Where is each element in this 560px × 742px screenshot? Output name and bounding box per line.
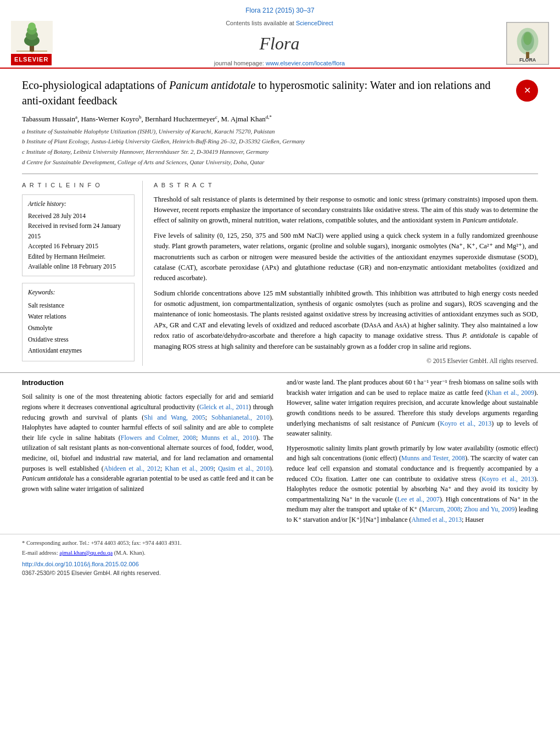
email-link[interactable]: ajmal.khan@qu.edu.qa	[59, 550, 113, 556]
elsevier-label: ELSEVIER	[11, 54, 52, 65]
journal-ref: Flora 212 (2015) 30–37	[245, 5, 314, 15]
crossmark-svg: ✕	[519, 82, 535, 99]
body-left-para-1: Soil salinity is one of the most threate…	[22, 392, 273, 494]
body-right-para-1: and/or waste land. The plant produces ab…	[287, 377, 538, 439]
affiliation-b: b Institute of Plant Ecology, Justus-Lie…	[22, 137, 538, 147]
email-label: E-mail address:	[22, 550, 58, 556]
keywords-heading: Keywords:	[28, 288, 128, 297]
svg-text:✕: ✕	[524, 86, 531, 95]
title-row: Eco-physiological adaptations of Panicum…	[22, 77, 538, 114]
body-two-col: Introduction Soil salinity is one of the…	[22, 377, 538, 529]
sciencedirect-prefix: Contents lists available at	[226, 20, 294, 26]
svg-point-13	[523, 32, 532, 44]
authors: Tabassum Hussaina, Hans-Werner Koyrob, B…	[22, 114, 538, 125]
elsevier-tree-icon: ⚘	[11, 21, 53, 53]
sciencedirect-link[interactable]: Contents lists available at ScienceDirec…	[64, 19, 495, 28]
crossmark-icon[interactable]: ✕	[516, 80, 538, 102]
doi-link[interactable]: http://dx.doi.org/10.1016/j.flora.2015.0…	[22, 560, 538, 569]
sciencedirect-url[interactable]: ScienceDirect	[296, 20, 333, 26]
footnote-star-text: * Corresponding author. Tel.: +974 4403 …	[22, 540, 182, 546]
edited-by: Edited by Hermann Heilmeier.	[28, 252, 128, 261]
homepage-link: journal homepage: www.elsevier.com/locat…	[64, 59, 495, 68]
svg-text:FLORA: FLORA	[519, 57, 536, 63]
article-title: Eco-physiological adaptations of Panicum…	[22, 77, 511, 108]
affiliation-c: c Institute of Botany, Leibniz Universit…	[22, 147, 538, 157]
homepage-url[interactable]: www.elsevier.com/locate/flora	[266, 60, 345, 66]
abstract-para-1: Threshold of salt resistance of plants i…	[154, 194, 538, 226]
keyword-2: Water relations	[28, 311, 128, 322]
abstract-para-3: Sodium chloride concentrations above 125…	[154, 288, 538, 352]
article-section: Eco-physiological adaptations of Panicum…	[0, 69, 560, 366]
col-left: A R T I C L E I N F O Article history: R…	[22, 181, 143, 366]
svg-text:⚘: ⚘	[31, 51, 33, 53]
article-info-block: Article history: Received 28 July 2014 R…	[22, 194, 135, 277]
keyword-1: Salt resistance	[28, 300, 128, 311]
abstract-para-2: Five levels of salinity (0, 125, 250, 37…	[154, 231, 538, 284]
affiliation-d: d Centre for Sustainable Development, Co…	[22, 158, 538, 168]
body-right-para-2: Hyperosmotic salinity limits plant growt…	[287, 443, 538, 525]
affiliations: a Institute of Sustainable Halophyte Uti…	[22, 127, 538, 167]
article-info-abstract: A R T I C L E I N F O Article history: R…	[22, 174, 538, 366]
abstract-heading: A B S T R A C T	[154, 181, 538, 190]
page: Flora 212 (2015) 30–37 ⚘ ELSEVIER	[0, 0, 560, 742]
copyright: © 2015 Elsevier GmbH. All rights reserve…	[154, 356, 538, 366]
article-history-label: Article history:	[28, 199, 128, 209]
received-date: Received 28 July 2014	[28, 211, 128, 221]
flora-logo: FLORA	[506, 22, 549, 65]
article-info-heading: A R T I C L E I N F O	[22, 181, 135, 190]
title-block: Eco-physiological adaptations of Panicum…	[22, 77, 511, 114]
body-section: Introduction Soil salinity is one of the…	[0, 372, 560, 529]
keywords-block: Keywords: Salt resistance Water relation…	[22, 283, 135, 361]
footnote-star: * Corresponding author. Tel.: +974 4403 …	[22, 539, 538, 548]
svg-point-5	[28, 23, 36, 30]
journal-name: Flora	[64, 30, 495, 57]
journal-center: Contents lists available at ScienceDirec…	[53, 19, 506, 68]
abstract-text: Threshold of salt resistance of plants i…	[154, 194, 538, 352]
affiliation-a: a Institute of Sustainable Halophyte Uti…	[22, 127, 538, 137]
accepted-date: Accepted 16 February 2015	[28, 241, 128, 251]
col-right: A B S T R A C T Threshold of salt resist…	[154, 181, 538, 366]
available-online: Available online 18 February 2015	[28, 261, 128, 271]
issn-line: 0367-2530/© 2015 Elsevier GmbH. All righ…	[22, 569, 538, 578]
elsevier-logo: ⚘ ELSEVIER	[11, 21, 53, 65]
body-col-left: Introduction Soil salinity is one of the…	[22, 377, 273, 529]
keyword-4: Oxidative stress	[28, 334, 128, 345]
footer-section: * Corresponding author. Tel.: +974 4403 …	[0, 534, 560, 580]
keyword-5: Antioxidant enzymes	[28, 345, 128, 356]
flora-logo-icon: FLORA	[506, 23, 549, 64]
header: Flora 212 (2015) 30–37 ⚘ ELSEVIER	[0, 0, 560, 69]
email-suffix: (M.A. Khan).	[114, 550, 145, 556]
keyword-3: Osmolyte	[28, 322, 128, 334]
homepage-label: journal homepage:	[214, 60, 264, 66]
header-inner: ⚘ ELSEVIER Contents lists available at S…	[0, 19, 560, 68]
footnote-email: E-mail address: ajmal.khan@qu.edu.qa (M.…	[22, 549, 538, 557]
body-col-right: and/or waste land. The plant produces ab…	[287, 377, 538, 529]
received-revised-date: Received in revised form 24 January 2015	[28, 221, 128, 241]
intro-heading: Introduction	[22, 377, 273, 388]
